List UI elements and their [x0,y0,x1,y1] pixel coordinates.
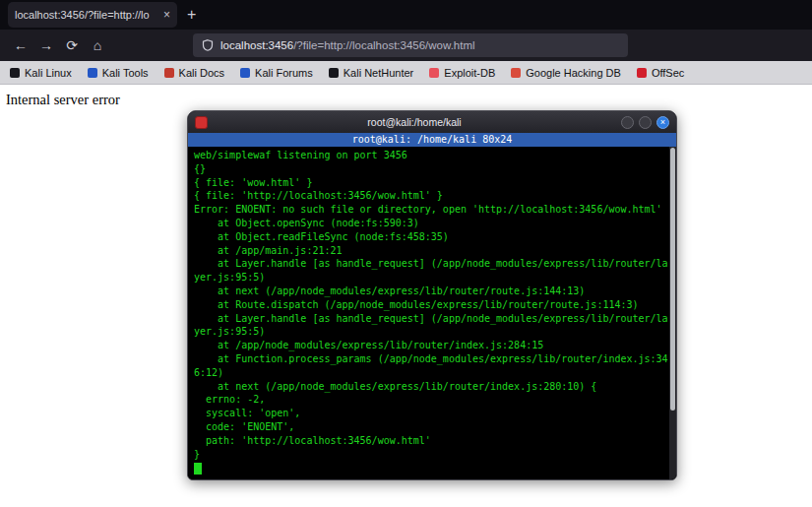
bookmark-label: Exploit-DB [444,67,495,79]
terminal-window: root@kali:/home/kali × root@kali: /home/… [187,110,677,480]
bookmark-item[interactable]: Google Hacking DB [511,67,621,79]
bookmarks-toolbar: Kali LinuxKali ToolsKali DocsKali Forums… [0,61,812,85]
scrollbar-thumb[interactable] [670,148,675,411]
forward-icon[interactable]: → [33,33,59,57]
terminal-app-icon [195,116,208,129]
home-icon[interactable]: ⌂ [85,33,110,57]
kali-docs-icon [164,68,174,78]
terminal-tab-title: root@kali: /home/kali 80x24 [188,133,676,147]
page-content: Internal server error root@kali:/home/ka… [0,85,812,506]
terminal-titlebar[interactable]: root@kali:/home/kali × [188,111,676,133]
close-button[interactable]: × [656,116,669,129]
navigation-toolbar: ← → ⟳ ⌂ localhost:3456/?file=http://loca… [0,30,812,61]
tab-strip: localhost:3456/?file=http://lo × + [0,0,812,30]
bookmark-item[interactable]: Kali NetHunter [329,67,414,79]
bookmark-label: Kali Docs [179,67,224,79]
bookmark-label: Kali Linux [25,67,72,79]
bookmark-item[interactable]: Kali Tools [88,67,149,79]
minimize-button[interactable] [621,116,634,129]
back-icon[interactable]: ← [8,33,33,57]
bookmark-label: Kali NetHunter [344,67,414,79]
new-tab-icon[interactable]: + [187,6,196,24]
google-hacking-db-icon [511,68,521,78]
kali-nethunter-icon [329,68,339,78]
exploit-db-icon [429,68,439,78]
url-bar[interactable]: localhost:3456/?file=http://localhost:34… [193,33,628,57]
terminal-output: web/simplewaf listening on port 3456 {} … [194,149,668,461]
url-text: localhost:3456/?file=http://localhost:34… [220,39,475,51]
offsec-icon [637,68,647,78]
terminal-scrollbar[interactable] [669,147,676,479]
tab-title: localhost:3456/?file=http://lo [15,9,159,21]
terminal-title: root@kali:/home/kali [208,116,621,128]
maximize-button[interactable] [639,116,652,129]
browser-tab[interactable]: localhost:3456/?file=http://lo × [8,2,177,28]
bookmark-item[interactable]: Exploit-DB [429,67,495,79]
url-host: localhost:3456 [220,39,293,51]
error-message: Internal server error [0,85,812,108]
kali-forums-icon [240,68,250,78]
bookmark-item[interactable]: OffSec [637,67,684,79]
kali-tools-icon [88,68,97,78]
bookmark-item[interactable]: Kali Forums [240,67,313,79]
reload-icon[interactable]: ⟳ [59,33,85,57]
bookmark-item[interactable]: Kali Docs [164,67,224,79]
tab-close-icon[interactable]: × [163,8,170,22]
bookmark-label: Kali Forums [255,67,313,79]
bookmark-item[interactable]: Kali Linux [10,67,72,79]
bookmark-label: Google Hacking DB [526,67,621,79]
terminal-cursor [194,463,202,475]
kali-linux-icon [10,68,20,78]
url-path: /?file=http://localhost:3456/wow.html [293,39,474,51]
terminal-body[interactable]: web/simplewaf listening on port 3456 {} … [188,147,676,479]
bookmark-label: Kali Tools [102,67,149,79]
shield-icon [202,39,214,51]
bookmark-label: OffSec [652,67,684,79]
window-controls: × [621,116,669,129]
